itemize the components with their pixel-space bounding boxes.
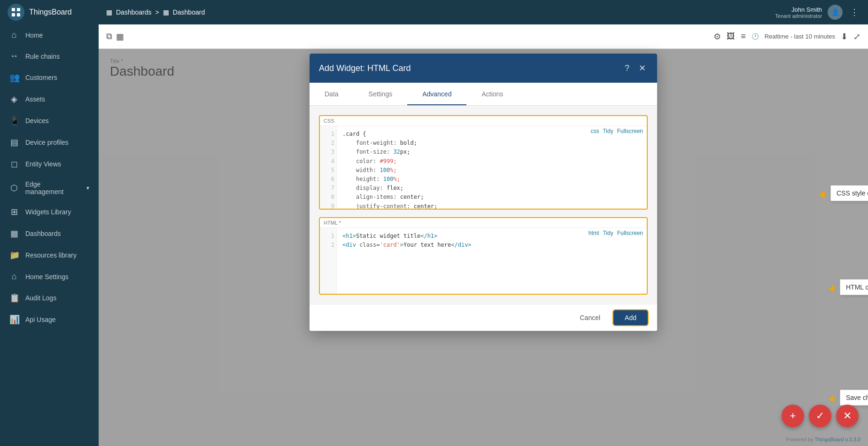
svg-rect-2	[17, 8, 20, 11]
modal-overlay: Add Widget: HTML Card ? ✕ Data Settings	[99, 49, 868, 446]
toolbar2-right: ⚙ 🖼 ≡ 🕐 Realtime - last 10 minutes ⬇ ⤢	[713, 31, 860, 42]
sidebar-label-dashboards: Dashboards	[25, 230, 61, 237]
html-toolbar: html Tidy Fullscreen	[589, 230, 643, 236]
close-button[interactable]: ✕	[637, 61, 648, 75]
tab-data[interactable]: Data	[310, 83, 354, 105]
sidebar-label-audit-logs: Audit Logs	[25, 294, 56, 302]
sidebar-label-api-usage: Api Usage	[25, 316, 56, 323]
sidebar-item-home[interactable]: ⌂ Home	[0, 24, 99, 46]
svg-rect-4	[17, 13, 20, 16]
sidebar-item-device-profiles[interactable]: ▤ Device profiles	[0, 132, 99, 153]
topbar: ▦ Dashboards > ▦ Dashboard John Smith Te…	[99, 0, 868, 24]
cancel-button[interactable]: Cancel	[572, 310, 608, 325]
layers-button[interactable]: ⧉	[106, 31, 112, 41]
breadcrumb: ▦ Dashboards > ▦ Dashboard	[106, 8, 775, 16]
sidebar-item-widgets-library[interactable]: ⊞ Widgets Library	[0, 201, 99, 223]
settings-button[interactable]: ⚙	[713, 31, 721, 42]
sidebar-item-entity-views[interactable]: ◻ Entity Views	[0, 153, 99, 175]
svg-rect-3	[12, 13, 15, 16]
device-profiles-icon: ▤	[9, 137, 19, 148]
sidebar-label-assets: Assets	[25, 95, 45, 103]
fab-confirm[interactable]: ✓	[809, 405, 831, 427]
sidebar-item-customers[interactable]: 👥 Customers	[0, 67, 99, 88]
clock-icon: 🕐	[752, 33, 759, 40]
sidebar-item-edge-management[interactable]: ⬡ Edge management ▾	[0, 175, 99, 201]
customers-icon: 👥	[9, 72, 19, 83]
home-icon: ⌂	[9, 30, 19, 40]
modal-body: CSS css Tidy Fullscreen 123456789 .card …	[310, 106, 657, 304]
modal-tabs: Data Settings Advanced Actions	[310, 83, 657, 106]
user-info: John Smith Tenant administrator	[775, 6, 822, 19]
sidebar-item-api-usage[interactable]: 📊 Api Usage	[0, 309, 99, 330]
sidebar-item-rule-chains[interactable]: ↔ Rule chains	[0, 46, 99, 67]
css-toolbar-css[interactable]: css	[590, 128, 599, 134]
user-role: Tenant administrator	[775, 13, 822, 19]
fab-close[interactable]: ✕	[836, 405, 859, 427]
html-content[interactable]: <h1>Static widget title</h1> <div class=…	[337, 228, 647, 295]
help-button[interactable]: ?	[623, 62, 631, 75]
more-options-button[interactable]: ⋮	[848, 5, 860, 19]
sidebar-label-home-settings: Home Settings	[25, 273, 69, 281]
avatar[interactable]: 👤	[828, 5, 843, 20]
modal-header-actions: ? ✕	[623, 61, 648, 75]
save-annotation: Save changes	[840, 390, 868, 406]
sidebar-item-devices[interactable]: 📱 Devices	[0, 110, 99, 132]
sidebar-item-audit-logs[interactable]: 📋 Audit Logs	[0, 287, 99, 309]
css-code-section: CSS css Tidy Fullscreen 123456789 .card …	[319, 115, 648, 210]
css-annotation: CSS style of the card	[830, 185, 868, 201]
html-toolbar-tidy[interactable]: Tidy	[603, 230, 613, 236]
css-toolbar-tidy[interactable]: Tidy	[603, 128, 613, 134]
topbar-right: John Smith Tenant administrator 👤 ⋮	[775, 5, 860, 20]
devices-icon: 📱	[9, 116, 19, 126]
sidebar-label-widgets-library: Widgets Library	[25, 208, 71, 216]
sidebar-item-home-settings[interactable]: ⌂ Home Settings	[0, 266, 99, 287]
html-toolbar-fullscreen[interactable]: Fullscreen	[617, 230, 643, 236]
sidebar-label-home: Home	[25, 31, 43, 39]
main-content: ▦ Dashboards > ▦ Dashboard John Smith Te…	[99, 0, 868, 446]
html-annotation: HTML content of the card	[840, 279, 868, 295]
entity-views-icon: ◻	[9, 159, 19, 169]
sidebar-item-assets[interactable]: ◈ Assets	[0, 88, 99, 110]
add-button[interactable]: Add	[613, 310, 648, 325]
filter-button[interactable]: ≡	[741, 31, 746, 41]
css-toolbar-fullscreen[interactable]: Fullscreen	[617, 128, 643, 134]
modal-header: Add Widget: HTML Card ? ✕	[310, 54, 657, 83]
api-usage-icon: 📊	[9, 314, 19, 325]
save-arrow	[829, 395, 834, 403]
sidebar-item-dashboards[interactable]: ▦ Dashboards	[0, 223, 99, 244]
dashboards-icon: ▦	[9, 228, 19, 239]
fab-add[interactable]: +	[782, 405, 804, 427]
html-toolbar-html[interactable]: html	[589, 230, 599, 236]
html-arrow	[829, 285, 834, 292]
dashboard-area: Title * Dashboard Add Widget: HTML Card …	[99, 49, 868, 446]
svg-point-0	[8, 4, 24, 21]
dashboard-breadcrumb-label: Dashboard	[173, 8, 205, 16]
sidebar-item-resources-library[interactable]: 📁 Resources library	[0, 244, 99, 266]
css-arrow	[819, 191, 825, 198]
home-settings-icon: ⌂	[9, 272, 19, 282]
image-button[interactable]: 🖼	[727, 31, 735, 41]
download-button[interactable]: ⬇	[841, 31, 848, 42]
grid-button[interactable]: ▦	[116, 31, 124, 42]
modal-footer: Cancel Add	[310, 304, 657, 331]
edge-management-icon: ⬡	[9, 183, 19, 193]
tab-actions[interactable]: Actions	[466, 83, 518, 105]
realtime-label: Realtime - last 10 minutes	[765, 33, 835, 40]
modal-title: Add Widget: HTML Card	[319, 63, 623, 73]
fullscreen-button[interactable]: ⤢	[853, 31, 860, 42]
audit-logs-icon: 📋	[9, 293, 19, 303]
svg-rect-1	[12, 8, 15, 11]
toolbar2: ⧉ ▦ ⚙ 🖼 ≡ 🕐 Realtime - last 10 minutes ⬇…	[99, 24, 868, 49]
assets-icon: ◈	[9, 94, 19, 104]
dashboards-breadcrumb-icon: ▦	[106, 8, 112, 16]
sidebar-nav: ⌂ Home ↔ Rule chains 👥 Customers ◈ Asset…	[0, 24, 99, 446]
tab-advanced[interactable]: Advanced	[407, 83, 466, 105]
add-widget-modal: Add Widget: HTML Card ? ✕ Data Settings	[310, 54, 657, 331]
logo-icon	[8, 4, 24, 21]
chevron-down-icon: ▾	[86, 185, 89, 191]
dashboards-breadcrumb-label[interactable]: Dashboards	[116, 8, 152, 16]
tab-settings[interactable]: Settings	[354, 83, 408, 105]
css-editor[interactable]: css Tidy Fullscreen 123456789 .card { fo…	[320, 126, 647, 210]
html-editor[interactable]: html Tidy Fullscreen 12 <h1>Static widge…	[320, 228, 647, 295]
css-content[interactable]: .card { font-weight: bold; font-size: 32…	[337, 126, 647, 210]
